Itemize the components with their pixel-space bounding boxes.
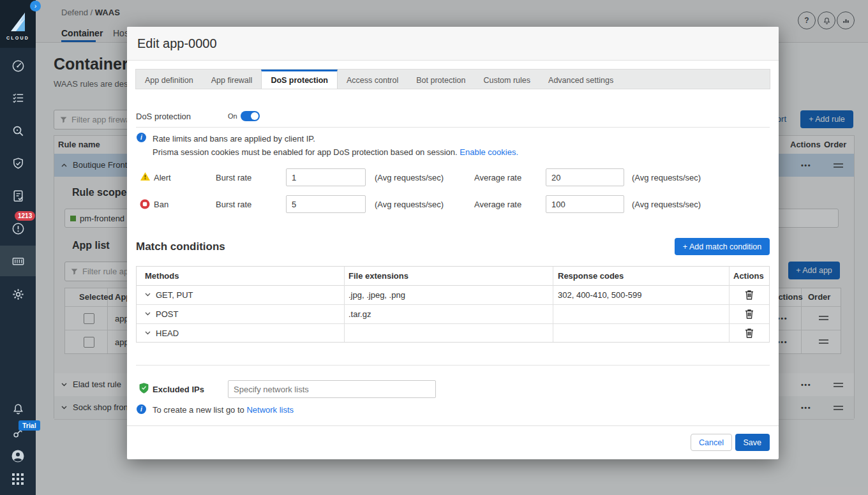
unit-label: (Avg requests/sec) bbox=[632, 200, 701, 209]
modal-footer: Cancel Save bbox=[127, 425, 779, 459]
ban-average-input[interactable] bbox=[546, 195, 624, 213]
dos-info-line2: Prisma session cookies must be enabled f… bbox=[153, 147, 518, 157]
trial-badge: Trial bbox=[19, 420, 40, 431]
document-check-icon bbox=[11, 189, 26, 203]
divider bbox=[137, 285, 769, 286]
toggle-knob bbox=[251, 112, 258, 120]
average-rate-label: Average rate bbox=[474, 200, 521, 209]
tab-advanced-settings[interactable]: Advanced settings bbox=[539, 70, 622, 89]
grid-icon bbox=[12, 473, 24, 485]
enable-cookies-link[interactable]: Enable cookies. bbox=[460, 147, 518, 157]
tab-bot-protection[interactable]: Bot protection bbox=[407, 70, 474, 89]
shield-check-icon bbox=[11, 156, 26, 171]
gear-icon bbox=[11, 287, 26, 302]
cancel-button[interactable]: Cancel bbox=[691, 434, 732, 451]
warning-icon bbox=[140, 172, 151, 181]
container-icon bbox=[11, 254, 26, 269]
col-file-extensions: File extensions bbox=[348, 271, 408, 281]
sidebar-item-containers[interactable] bbox=[0, 246, 36, 276]
match-conditions-table: Methods File extensions Response codes A… bbox=[136, 266, 770, 343]
dos-info-line1: Rate limits and bans are applied by clie… bbox=[153, 134, 315, 144]
search-icon bbox=[11, 124, 26, 138]
sidebar-item-policies[interactable] bbox=[0, 82, 36, 113]
excluded-ips-label: Excluded IPs bbox=[153, 385, 204, 394]
trash-icon bbox=[745, 290, 754, 300]
sidebar-item-dashboard[interactable] bbox=[0, 50, 36, 81]
toggle-state-label: On bbox=[228, 112, 237, 120]
divider bbox=[136, 127, 770, 128]
bell-icon bbox=[11, 402, 26, 417]
info-icon: i bbox=[137, 404, 146, 414]
network-lists-info: To create a new list go to Network lists bbox=[153, 405, 294, 415]
burst-rate-label: Burst rate bbox=[216, 173, 251, 182]
sidebar-item-compliance[interactable] bbox=[0, 181, 36, 211]
match-methods: GET, PUT bbox=[156, 290, 193, 300]
dos-protection-label: DoS protection bbox=[136, 112, 191, 121]
sidebar-item-defend[interactable] bbox=[0, 148, 36, 179]
alert-burst-input[interactable] bbox=[286, 168, 366, 186]
tab-app-firewall[interactable]: App firewall bbox=[202, 70, 262, 89]
dos-info-line2-text: Prisma session cookies must be enabled f… bbox=[153, 147, 458, 157]
ban-icon bbox=[140, 199, 150, 209]
divider bbox=[729, 267, 730, 342]
ban-burst-input[interactable] bbox=[286, 195, 366, 213]
add-match-condition-button[interactable]: + Add match condition bbox=[675, 238, 770, 255]
chevron-down-icon[interactable] bbox=[145, 312, 151, 316]
alert-average-input[interactable] bbox=[546, 168, 624, 186]
chevron-down-icon[interactable] bbox=[145, 331, 151, 335]
col-methods: Methods bbox=[145, 271, 179, 281]
alert-count-badge: 1213 bbox=[15, 211, 35, 221]
checklist-icon bbox=[11, 91, 26, 105]
alert-label: Alert bbox=[154, 173, 171, 182]
match-methods: HEAD bbox=[156, 329, 179, 338]
modal-title: Edit app-0000 bbox=[137, 27, 217, 60]
burst-rate-label: Burst rate bbox=[216, 200, 251, 209]
match-extensions: .jpg, .jpeg, .png bbox=[348, 290, 405, 300]
modal-header: Edit app-0000 bbox=[127, 27, 779, 61]
delete-match-row-button[interactable] bbox=[745, 309, 754, 321]
match-methods: POST bbox=[156, 309, 178, 319]
sidebar-item-app-switcher[interactable] bbox=[0, 464, 36, 494]
match-codes: 302, 400-410, 500-599 bbox=[558, 290, 642, 300]
match-extensions: .tar.gz bbox=[348, 309, 371, 319]
network-lists-info-text: To create a new list go to bbox=[153, 405, 244, 415]
unit-label: (Avg requests/sec) bbox=[632, 173, 701, 182]
dos-protection-toggle[interactable] bbox=[241, 111, 260, 121]
unit-label: (Avg requests/sec) bbox=[375, 173, 444, 182]
prisma-logo-icon bbox=[8, 11, 27, 33]
sidebar-expand-button[interactable]: › bbox=[30, 1, 41, 11]
brand-name: CLOUD bbox=[0, 36, 36, 40]
ban-label: Ban bbox=[154, 200, 168, 209]
modal-tabstrip: App definition App firewall DoS protecti… bbox=[135, 69, 770, 89]
tab-dos-protection[interactable]: DoS protection bbox=[261, 70, 338, 89]
trash-icon bbox=[745, 328, 754, 338]
info-icon: i bbox=[137, 133, 146, 142]
tab-custom-rules[interactable]: Custom rules bbox=[474, 70, 539, 89]
edit-app-modal: Edit app-0000 App definition App firewal… bbox=[127, 27, 779, 459]
excluded-ips-input[interactable] bbox=[228, 380, 436, 398]
sidebar-item-search[interactable] bbox=[0, 115, 36, 146]
divider bbox=[553, 267, 553, 342]
user-icon bbox=[10, 448, 26, 464]
delete-match-row-button[interactable] bbox=[745, 290, 754, 302]
alert-circle-icon bbox=[11, 221, 26, 236]
match-conditions-title: Match conditions bbox=[136, 240, 225, 253]
divider bbox=[136, 365, 770, 366]
gauge-icon bbox=[11, 59, 26, 73]
unit-label: (Avg requests/sec) bbox=[375, 200, 444, 209]
save-button[interactable]: Save bbox=[735, 434, 770, 451]
network-lists-link[interactable]: Network lists bbox=[246, 405, 294, 415]
sidebar-item-settings[interactable] bbox=[0, 279, 36, 309]
tab-app-definition[interactable]: App definition bbox=[136, 70, 202, 89]
divider bbox=[344, 267, 345, 342]
excluded-shield-icon bbox=[139, 383, 149, 394]
delete-match-row-button[interactable] bbox=[745, 328, 754, 340]
col-response-codes: Response codes bbox=[558, 271, 624, 281]
trash-icon bbox=[745, 309, 754, 319]
tab-access-control[interactable]: Access control bbox=[338, 70, 407, 89]
chevron-down-icon[interactable] bbox=[145, 293, 151, 297]
prisma-cloud-app: Defend / WAAS ? Container Host Container… bbox=[0, 0, 868, 495]
col-match-actions: Actions bbox=[733, 271, 764, 281]
divider bbox=[137, 304, 769, 305]
divider bbox=[137, 323, 769, 324]
